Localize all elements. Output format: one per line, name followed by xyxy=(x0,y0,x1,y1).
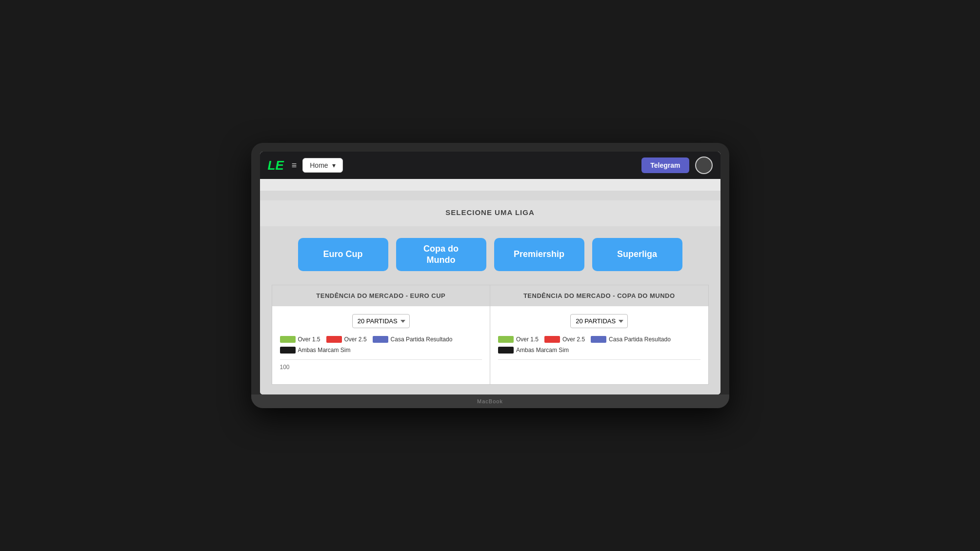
laptop-frame: LE ≡ Home ▾ Telegram SELECIONE UMA LIGA … xyxy=(251,143,729,408)
panel-euro-cup-body: 20 PARTIDAS 5 PARTIDAS 10 PARTIDAS Over … xyxy=(272,306,490,384)
legend-item-over15-copa: Over 1.5 xyxy=(498,336,539,343)
league-buttons-row: Euro Cup Copa doMundo Premiership Superl… xyxy=(272,238,709,271)
chart-euro-cup: 100 xyxy=(280,359,482,371)
legend-item-ambas-copa: Ambas Marcam Sim xyxy=(498,347,569,354)
panel-euro-cup-title: TENDÊNCIA DO MERCADO - EURO CUP xyxy=(272,285,490,306)
league-btn-superliga[interactable]: Superliga xyxy=(592,238,682,271)
league-btn-premiership[interactable]: Premiership xyxy=(494,238,584,271)
avatar[interactable] xyxy=(695,157,713,174)
legend-color-over15-euro xyxy=(280,336,296,343)
main-content: SELECIONE UMA LIGA Euro Cup Copa doMundo… xyxy=(260,191,720,394)
legend-label-ambas-copa: Ambas Marcam Sim xyxy=(516,347,569,354)
legend-color-casa-euro xyxy=(373,336,388,343)
legend-color-ambas-euro xyxy=(280,347,296,354)
legend-item-over15-euro: Over 1.5 xyxy=(280,336,320,343)
legend-label-over15-copa: Over 1.5 xyxy=(516,336,539,343)
chart-copa xyxy=(498,359,700,364)
market-panels: TENDÊNCIA DO MERCADO - EURO CUP 20 PARTI… xyxy=(272,285,709,385)
dropdown-chevron-icon: ▾ xyxy=(332,161,336,169)
legend-label-casa-euro: Casa Partida Resultado xyxy=(391,336,453,343)
league-btn-euro-cup[interactable]: Euro Cup xyxy=(298,238,388,271)
laptop-brand-label: MacBook xyxy=(477,398,503,404)
legend-euro-cup: Over 1.5 Over 2.5 Casa Partida Resultado xyxy=(280,336,482,354)
legend-label-over15-euro: Over 1.5 xyxy=(298,336,320,343)
subheader-bar xyxy=(260,179,720,191)
legend-label-over25-euro: Over 2.5 xyxy=(344,336,367,343)
app-logo: LE xyxy=(268,159,284,172)
legend-item-casa-copa: Casa Partida Resultado xyxy=(591,336,671,343)
home-dropdown-label: Home xyxy=(310,161,328,169)
legend-color-ambas-copa xyxy=(498,347,514,354)
legend-item-casa-euro: Casa Partida Resultado xyxy=(373,336,453,343)
select-league-title: SELECIONE UMA LIGA xyxy=(260,200,720,226)
partidas-select-copa[interactable]: 20 PARTIDAS 5 PARTIDAS 10 PARTIDAS xyxy=(570,314,628,328)
legend-color-over25-euro xyxy=(326,336,342,343)
hamburger-icon[interactable]: ≡ xyxy=(292,160,297,171)
laptop-bottom-bar: MacBook xyxy=(251,394,729,408)
panel-copa-title: TENDÊNCIA DO MERCADO - COPA DO MUNDO xyxy=(490,285,708,306)
legend-color-over25-copa xyxy=(544,336,560,343)
market-panel-copa: TENDÊNCIA DO MERCADO - COPA DO MUNDO 20 … xyxy=(490,285,709,385)
legend-label-over25-copa: Over 2.5 xyxy=(562,336,585,343)
panel-copa-body: 20 PARTIDAS 5 PARTIDAS 10 PARTIDAS Over … xyxy=(490,306,708,384)
legend-color-over15-copa xyxy=(498,336,514,343)
telegram-button[interactable]: Telegram xyxy=(641,157,689,173)
legend-color-casa-copa xyxy=(591,336,606,343)
market-panel-euro-cup: TENDÊNCIA DO MERCADO - EURO CUP 20 PARTI… xyxy=(272,285,491,385)
legend-item-ambas-euro: Ambas Marcam Sim xyxy=(280,347,351,354)
app-header: LE ≡ Home ▾ Telegram xyxy=(260,152,720,179)
legend-item-over25-euro: Over 2.5 xyxy=(326,336,367,343)
league-btn-copa-do-mundo[interactable]: Copa doMundo xyxy=(396,238,486,271)
legend-label-ambas-euro: Ambas Marcam Sim xyxy=(298,347,351,354)
laptop-screen: LE ≡ Home ▾ Telegram SELECIONE UMA LIGA … xyxy=(260,152,720,394)
legend-item-over25-copa: Over 2.5 xyxy=(544,336,585,343)
chart-y-label-euro: 100 xyxy=(280,364,290,371)
partidas-select-euro-cup[interactable]: 20 PARTIDAS 5 PARTIDAS 10 PARTIDAS xyxy=(352,314,410,328)
home-dropdown[interactable]: Home ▾ xyxy=(302,158,342,173)
legend-copa: Over 1.5 Over 2.5 Casa Partida Resultado xyxy=(498,336,700,354)
legend-label-casa-copa: Casa Partida Resultado xyxy=(609,336,671,343)
